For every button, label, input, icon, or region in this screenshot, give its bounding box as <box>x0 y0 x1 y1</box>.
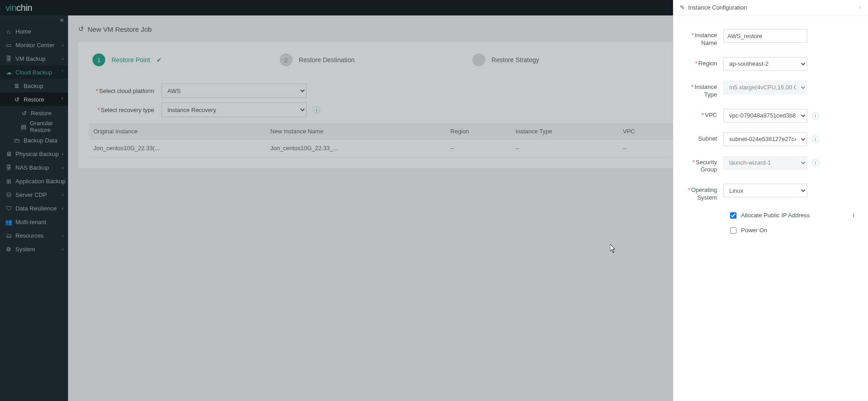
row-os: *Operating System Linux <box>678 184 854 202</box>
instance-type-select[interactable]: m5.xlarge(4vCPU,16.00 GB) <box>723 81 807 94</box>
os-select[interactable]: Linux <box>723 184 807 197</box>
subnet-select[interactable]: subnet-024e538127e27c452 <box>723 132 807 146</box>
close-icon[interactable]: × <box>858 4 862 11</box>
row-security-group: *Security Group launch-wizard-1i <box>678 156 854 174</box>
row-region: *Region ap-southeast-2 <box>678 57 854 71</box>
power-on-checkbox[interactable] <box>730 227 736 234</box>
config-icon: ✎ <box>680 4 685 11</box>
info-icon[interactable]: i <box>812 136 819 143</box>
instance-name-input[interactable] <box>723 29 807 43</box>
row-vpc: *VPC vpc-079048a9751ced3b8i <box>678 109 854 122</box>
row-instance-name: *Instance Name <box>678 29 854 47</box>
row-allocate-ip: Allocate Public IP Address i <box>730 212 854 219</box>
info-icon[interactable]: i <box>812 112 819 119</box>
instance-config-panel: ✎ Instance Configuration × *Instance Nam… <box>673 0 868 401</box>
mouse-cursor <box>610 244 616 255</box>
row-instance-type: *Instance Type m5.xlarge(4vCPU,16.00 GB) <box>678 81 854 99</box>
security-group-select[interactable]: launch-wizard-1 <box>723 156 807 170</box>
row-power-on: Power On <box>730 227 854 234</box>
region-select[interactable]: ap-southeast-2 <box>723 57 807 71</box>
vpc-select[interactable]: vpc-079048a9751ced3b8 <box>723 109 807 122</box>
info-icon[interactable]: i <box>812 159 819 166</box>
allocate-ip-checkbox[interactable] <box>730 212 736 219</box>
modal-overlay[interactable] <box>0 0 673 401</box>
row-subnet: Subnet subnet-024e538127e27c452i <box>678 132 854 146</box>
info-icon[interactable]: i <box>853 212 854 219</box>
panel-header: ✎ Instance Configuration × <box>673 0 868 15</box>
